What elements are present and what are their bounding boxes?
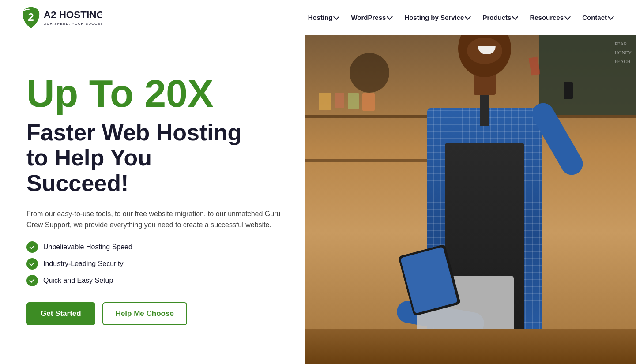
check-icon-setup [26, 275, 38, 286]
feature-speed: Unbelievable Hosting Speed [26, 241, 288, 253]
hero-section: Up To 20X Faster Web Hosting to Help You… [0, 35, 636, 364]
chevron-down-icon [333, 14, 339, 20]
svg-text:A2 HOSTING: A2 HOSTING [44, 9, 102, 20]
feature-security: Industry-Leading Security [26, 258, 288, 270]
chevron-down-icon [465, 14, 471, 20]
nav-resources[interactable]: Resources [524, 10, 575, 25]
chevron-down-icon [512, 14, 518, 20]
nav-wordpress[interactable]: WordPress [346, 10, 397, 25]
help-me-choose-button[interactable]: Help Me Choose [102, 302, 187, 325]
svg-text:OUR SPEED, YOUR SUCCESS: OUR SPEED, YOUR SUCCESS [44, 22, 102, 26]
nav-links: Hosting WordPress Hosting by Service Pro… [303, 10, 618, 25]
nav-contact[interactable]: Contact [577, 10, 618, 25]
cta-buttons: Get Started Help Me Choose [26, 302, 288, 325]
check-icon-security [26, 258, 38, 270]
hero-headline-green: Up To 20X [26, 74, 288, 113]
hero-content: Up To 20X Faster Web Hosting to Help You… [0, 35, 305, 364]
check-icon-speed [26, 241, 38, 253]
nav-products[interactable]: Products [477, 10, 523, 25]
hero-image: PEARHONEYPEACH [305, 35, 636, 364]
features-list: Unbelievable Hosting Speed Industry-Lead… [26, 241, 288, 286]
nav-hosting-by-service[interactable]: Hosting by Service [399, 10, 475, 25]
svg-text:®: ® [89, 13, 91, 16]
chevron-down-icon [564, 14, 571, 20]
svg-text:2: 2 [28, 11, 34, 23]
nav-hosting[interactable]: Hosting [303, 10, 344, 25]
logo[interactable]: 2 A2 HOSTING OUR SPEED, YOUR SUCCESS ® [18, 3, 102, 32]
hero-headline-dark: Faster Web Hosting to Help You Succeed! [26, 120, 288, 196]
feature-setup: Quick and Easy Setup [26, 275, 288, 286]
navbar: 2 A2 HOSTING OUR SPEED, YOUR SUCCESS ® H… [0, 0, 636, 35]
hero-description: From our easy-to-use tools, to our free … [26, 208, 282, 231]
chevron-down-icon [387, 14, 393, 20]
get-started-button[interactable]: Get Started [26, 302, 95, 325]
chevron-down-icon [608, 14, 614, 20]
